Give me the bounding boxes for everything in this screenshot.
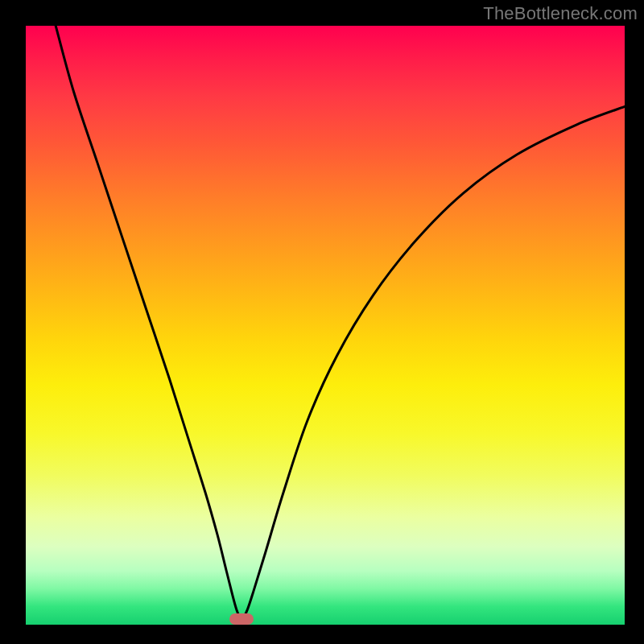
plot-area: [26, 26, 625, 625]
optimum-marker: [229, 613, 254, 625]
watermark-text: TheBottleneck.com: [483, 3, 638, 24]
bottleneck-curve: [26, 26, 625, 625]
chart-frame: TheBottleneck.com: [0, 0, 644, 644]
